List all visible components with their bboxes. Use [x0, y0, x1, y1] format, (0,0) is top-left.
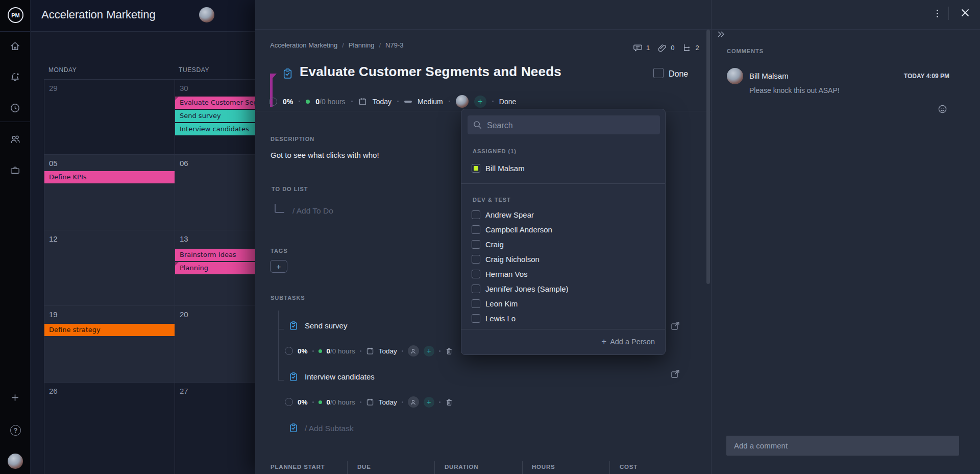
- person-checkbox[interactable]: [472, 299, 480, 308]
- breadcrumb-project[interactable]: Acceleration Marketing: [270, 41, 337, 49]
- calendar-date: 13: [180, 234, 188, 243]
- add-subtask-input[interactable]: / Add Subtask: [305, 424, 354, 433]
- calendar-event[interactable]: Define KPIs: [44, 171, 175, 183]
- person-checkbox[interactable]: [472, 210, 480, 219]
- task-title[interactable]: Evaluate Customer Segments and Needs: [300, 64, 561, 80]
- add-assignee-button[interactable]: +: [474, 96, 486, 108]
- subtask-title[interactable]: Send survey: [305, 321, 347, 330]
- col-hours: HOURS: [532, 464, 555, 470]
- person-checkbox[interactable]: [472, 285, 480, 293]
- open-subtask-icon[interactable]: [670, 369, 680, 379]
- home-icon[interactable]: [9, 40, 21, 52]
- subtask-meta-row: 0% 0/0 hours Today +: [285, 396, 453, 408]
- breadcrumb-task-id[interactable]: N79-3: [385, 41, 403, 49]
- collapse-panel-icon[interactable]: [717, 30, 726, 39]
- comment-author-avatar: [727, 68, 743, 84]
- emoji-reaction-icon[interactable]: [938, 104, 947, 114]
- description-text[interactable]: Got to see what clicks with who!: [271, 151, 379, 159]
- assignee-placeholder-icon[interactable]: [408, 396, 419, 408]
- assignee-placeholder-icon[interactable]: [408, 345, 419, 357]
- progress-circle-icon[interactable]: [269, 98, 277, 106]
- notifications-bell-icon[interactable]: [9, 71, 21, 83]
- person-row[interactable]: Craig Nicholson: [472, 252, 655, 267]
- calendar-icon: [366, 347, 374, 355]
- due-date[interactable]: Today: [373, 98, 391, 106]
- comments-panel: COMMENTS Bill Malsam TODAY 4:09 PM Pleas…: [711, 0, 980, 474]
- person-row-partial[interactable]: [472, 326, 655, 327]
- task-clipboard-icon: [282, 68, 293, 79]
- person-checkbox[interactable]: [472, 270, 480, 278]
- calendar-cell[interactable]: 12: [44, 230, 175, 306]
- add-assignee-button[interactable]: +: [424, 346, 434, 357]
- subtask-title[interactable]: Interview candidates: [305, 372, 375, 381]
- project-owner-avatar[interactable]: [199, 7, 214, 22]
- progress-circle-icon[interactable]: [285, 398, 293, 406]
- delete-subtask-icon[interactable]: [445, 347, 453, 356]
- task-counts: 1 0 2: [633, 43, 699, 53]
- subtask-clipboard-icon: [289, 321, 298, 330]
- calendar-cell[interactable]: 05 Define KPIs: [44, 154, 175, 230]
- app-window: Acceleration Marketing MONDAY TUESDAY 29…: [0, 0, 980, 474]
- pm-logo[interactable]: PM: [8, 7, 23, 23]
- todo-label: TO DO LIST: [272, 186, 308, 192]
- done-checkbox[interactable]: [653, 68, 664, 78]
- done-label: Done: [669, 69, 688, 79]
- hours-value[interactable]: 0/0 hours: [315, 98, 345, 106]
- person-checkbox[interactable]: [472, 255, 480, 264]
- breadcrumb-section[interactable]: Planning: [349, 41, 375, 49]
- add-plus-icon[interactable]: [9, 392, 21, 404]
- attachments-paperclip-icon[interactable]: [657, 43, 667, 53]
- help-icon[interactable]: ?: [10, 425, 21, 436]
- calendar-date: 20: [180, 310, 188, 319]
- person-checkbox[interactable]: [472, 314, 480, 323]
- calendar-date: 26: [49, 387, 58, 395]
- todo-branch-icon: [275, 204, 284, 213]
- calendar-date: 30: [180, 84, 188, 92]
- calendar-date: 27: [180, 387, 188, 395]
- add-todo-input[interactable]: / Add To Do: [292, 206, 333, 216]
- person-row[interactable]: Herman Vos: [472, 267, 655, 281]
- person-checkbox[interactable]: [472, 225, 480, 234]
- add-assignee-button[interactable]: +: [424, 397, 434, 408]
- calendar-cell[interactable]: 26: [44, 382, 175, 474]
- priority-value[interactable]: Medium: [418, 98, 443, 106]
- assigned-person-row[interactable]: Bill Malsam: [472, 161, 655, 176]
- search-input[interactable]: [486, 115, 656, 135]
- delete-subtask-icon[interactable]: [445, 398, 453, 407]
- comments-count: 1: [646, 44, 650, 52]
- col-due: DUE: [357, 464, 371, 470]
- task-meta-row: 0% 0/0 hours Today Medium + Done: [269, 95, 516, 108]
- person-row[interactable]: Campbell Anderson: [472, 222, 655, 237]
- main-sidebar: PM ?: [0, 0, 31, 474]
- team-people-icon[interactable]: [9, 133, 21, 145]
- open-subtask-icon[interactable]: [670, 321, 680, 331]
- hours-status-dot: [306, 100, 310, 104]
- person-row[interactable]: Leon Kim: [472, 296, 655, 311]
- user-avatar[interactable]: [8, 454, 23, 469]
- person-row[interactable]: Jennifer Jones (Sample): [472, 281, 655, 296]
- panel-scrollbar[interactable]: [706, 30, 710, 284]
- calendar-date: 12: [49, 234, 58, 243]
- add-comment-input[interactable]: [726, 436, 959, 456]
- add-person-button[interactable]: + Add a Person: [601, 337, 655, 346]
- calendar-cell[interactable]: 29: [44, 79, 175, 155]
- breadcrumb: Acceleration Marketing / Planning / N79-…: [270, 41, 404, 49]
- person-checkbox-checked[interactable]: [472, 164, 480, 173]
- person-row[interactable]: Andrew Spear: [472, 207, 655, 222]
- portfolio-briefcase-icon[interactable]: [9, 164, 21, 176]
- priority-flag-fold: [273, 74, 277, 78]
- person-checkbox[interactable]: [472, 240, 480, 249]
- subtasks-branch-icon[interactable]: [682, 43, 692, 53]
- progress-circle-icon[interactable]: [285, 347, 293, 355]
- status-value[interactable]: Done: [499, 98, 516, 106]
- add-tag-button[interactable]: +: [270, 260, 287, 273]
- calendar-cell[interactable]: 19 Define strategy: [44, 305, 175, 383]
- progress-value[interactable]: 0%: [283, 98, 293, 106]
- comments-count-icon[interactable]: [633, 43, 643, 53]
- person-row[interactable]: Lewis Lo: [472, 311, 655, 326]
- assignee-avatar[interactable]: [456, 95, 469, 108]
- person-row[interactable]: Craig: [472, 237, 655, 252]
- recent-clock-icon[interactable]: [9, 102, 21, 114]
- calendar-event[interactable]: Define strategy: [44, 324, 175, 336]
- group-section-label: DEV & TEST: [473, 197, 511, 203]
